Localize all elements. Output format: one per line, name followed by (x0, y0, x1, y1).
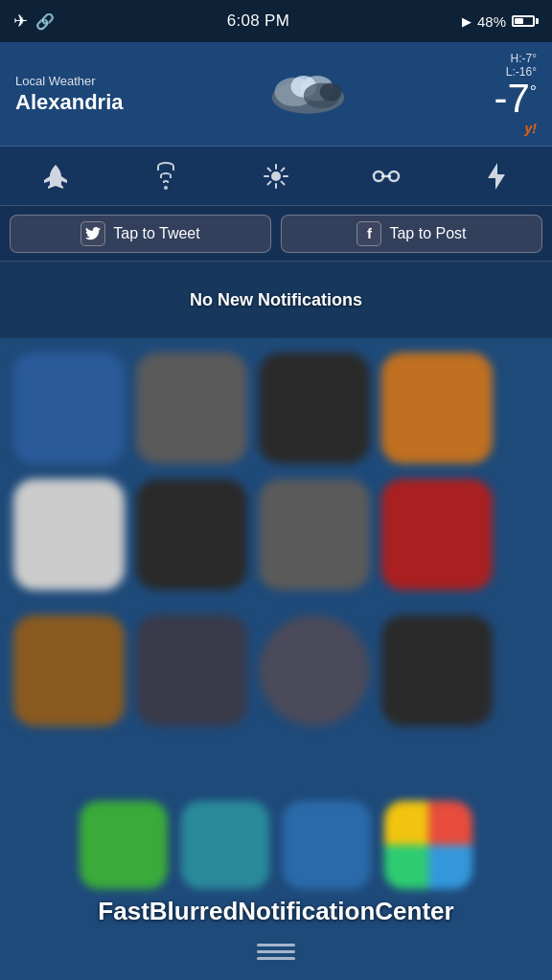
app-icon (381, 479, 493, 590)
svg-point-5 (320, 83, 342, 102)
svg-point-6 (271, 171, 281, 181)
fastblurred-label: FastBlurredNotificationCenter (98, 897, 453, 926)
weather-widget: Local Weather Alexandria H:-7° L:-16° -7… (0, 42, 552, 147)
weather-high: H:-7° (511, 52, 537, 65)
svg-line-13 (282, 168, 285, 171)
app-icon (136, 615, 247, 726)
weather-cloud-illustration (267, 67, 349, 121)
weather-left: Local Weather Alexandria (15, 74, 124, 115)
svg-marker-18 (488, 163, 505, 190)
app-icon (13, 353, 125, 464)
tap-to-post-label: Tap to Post (389, 225, 466, 242)
app-icon (259, 353, 370, 464)
tap-to-post-button[interactable]: f Tap to Post (281, 215, 542, 253)
no-notifications-message: No New Notifications (190, 263, 362, 337)
app-icon (381, 615, 493, 726)
weather-high-low: H:-7° L:-16° (506, 52, 537, 79)
svg-line-14 (267, 181, 270, 184)
app-icon-teal (181, 801, 269, 889)
home-bar-2 (257, 950, 295, 953)
bottom-app-icons (64, 801, 488, 889)
tap-to-tweet-label: Tap to Tweet (113, 225, 199, 242)
brightness-toggle[interactable] (253, 157, 299, 195)
tap-to-tweet-button[interactable]: Tap to Tweet (10, 215, 271, 253)
app-icon-blue (283, 801, 371, 889)
wifi-toggle[interactable] (143, 157, 189, 195)
weather-right: H:-7° L:-16° -7° y! (494, 52, 537, 136)
bottom-area: FastBlurredNotificationCenter (0, 712, 552, 980)
quick-toggles-bar (0, 147, 552, 206)
weather-label: Local Weather (15, 74, 124, 88)
app-icon (381, 353, 493, 464)
status-bar: ✈ 🔗 6:08 PM ▶ 48% (0, 0, 552, 42)
app-icon (13, 479, 125, 590)
twitter-icon-box (80, 221, 105, 246)
wifi-icon (157, 162, 174, 190)
app-icon (259, 615, 370, 726)
weather-city: Alexandria (15, 90, 124, 115)
app-icon (136, 353, 247, 464)
battery-icon (512, 15, 539, 27)
flash-toggle[interactable] (473, 157, 519, 195)
app-icon (259, 479, 370, 590)
svg-line-12 (282, 181, 285, 184)
status-left-icons: ✈ 🔗 (13, 11, 55, 32)
notification-area: No New Notifications (0, 262, 552, 338)
airplane-mode-toggle[interactable] (33, 157, 79, 195)
yahoo-badge: y! (525, 121, 537, 136)
notification-center: ✈ 🔗 6:08 PM ▶ 48% Local Weather Alexandr… (0, 0, 552, 338)
weather-temperature: -7° (494, 79, 537, 119)
chain-link-icon: 🔗 (35, 12, 55, 31)
home-bar-1 (257, 944, 295, 946)
facebook-f-letter: f (367, 225, 372, 241)
app-icon-green (80, 801, 168, 889)
status-right-icons: ▶ 48% (462, 13, 539, 30)
home-bar-3 (257, 957, 295, 960)
status-time: 6:08 PM (227, 11, 289, 31)
app-icon (136, 479, 247, 590)
blurred-app-rows (0, 345, 552, 734)
facebook-icon-box: f (356, 221, 381, 246)
app-icon-multi (384, 801, 472, 889)
app-icon (13, 615, 125, 726)
play-icon: ▶ (462, 14, 472, 29)
home-indicator[interactable] (247, 938, 305, 965)
airplane-icon: ✈ (13, 11, 28, 32)
social-share-row: Tap to Tweet f Tap to Post (0, 206, 552, 262)
chain-link-toggle[interactable] (363, 157, 409, 195)
battery-percent-label: 48% (477, 13, 506, 30)
svg-line-11 (267, 168, 270, 171)
